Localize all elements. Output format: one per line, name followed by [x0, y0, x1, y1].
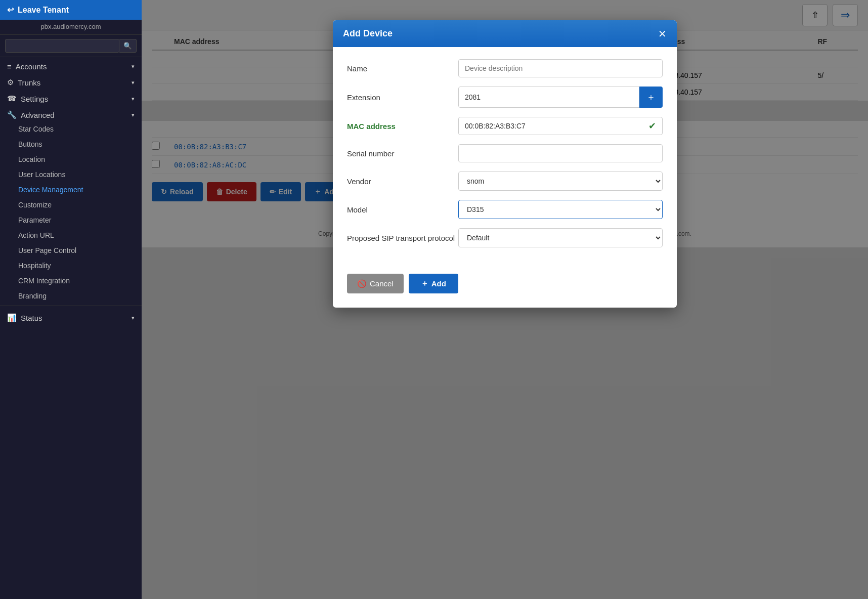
sidebar-item-customize[interactable]: Customize: [0, 197, 142, 212]
leave-tenant-icon: ↩: [7, 5, 14, 15]
mac-input[interactable]: [465, 117, 648, 135]
search-container: 🔍: [0, 35, 142, 57]
leave-tenant-button[interactable]: ↩ Leave Tenant: [0, 0, 142, 20]
sidebar-item-accounts[interactable]: ≡ Accounts ▾: [0, 57, 142, 73]
search-input[interactable]: [5, 39, 119, 53]
sidebar-item-user-page-control[interactable]: User Page Control: [0, 243, 142, 258]
status-label: Status: [21, 314, 42, 322]
accounts-label: Accounts: [16, 62, 47, 71]
sidebar-item-status[interactable]: 📊 Status ▾: [0, 308, 142, 324]
name-label: Name: [347, 64, 458, 73]
advanced-label: Advanced: [21, 111, 55, 119]
settings-label: Settings: [21, 95, 48, 103]
modal-add-icon: ＋: [421, 279, 428, 288]
extension-input-group: ＋: [458, 87, 663, 108]
sidebar-item-device-management[interactable]: Device Management: [0, 182, 142, 197]
sidebar-item-user-locations[interactable]: User Locations: [0, 167, 142, 182]
extension-label: Extension: [347, 93, 458, 102]
sidebar-item-action-url[interactable]: Action URL: [0, 228, 142, 243]
accounts-icon: ≡: [7, 62, 12, 71]
leave-tenant-label: Leave Tenant: [18, 6, 69, 15]
cancel-label: Cancel: [370, 279, 394, 288]
modal-cancel-button[interactable]: 🚫 Cancel: [347, 274, 404, 293]
add-device-modal: Add Device ✕ Name Extension ＋: [333, 20, 677, 308]
vendor-label: Vendor: [347, 177, 458, 186]
sidebar-item-settings[interactable]: ☎ Settings ▾: [0, 89, 142, 105]
sidebar-item-trunks[interactable]: ⚙ Trunks ▾: [0, 73, 142, 89]
cancel-icon: 🚫: [357, 279, 367, 288]
trunks-icon: ⚙: [7, 78, 14, 87]
domain-label: pbx.audiomercy.com: [0, 20, 142, 35]
sidebar-item-star-codes[interactable]: Star Codes: [0, 121, 142, 137]
mac-label: MAC address: [347, 122, 458, 131]
model-field-row: Model D315 D305 D325 D345 D385: [347, 200, 663, 219]
sip-field-row: Proposed SIP transport protocol Default …: [347, 228, 663, 247]
model-select[interactable]: D315 D305 D325 D345 D385: [458, 200, 663, 219]
advanced-icon: 🔧: [7, 110, 17, 119]
modal-body: Name Extension ＋ MAC address ✔: [333, 47, 677, 269]
accounts-arrow: ▾: [132, 63, 135, 70]
extension-field-row: Extension ＋: [347, 87, 663, 108]
mac-input-validated: ✔: [458, 117, 663, 135]
sidebar-item-buttons[interactable]: Buttons: [0, 137, 142, 152]
sidebar-item-location[interactable]: Location: [0, 152, 142, 167]
sidebar-item-advanced[interactable]: 🔧 Advanced ▾: [0, 105, 142, 121]
advanced-arrow: ▾: [132, 112, 135, 118]
mac-valid-icon: ✔: [648, 120, 656, 132]
main-content: ⇧ ⇒ MAC address Extension Address RF .15…: [142, 0, 868, 599]
sip-label: Proposed SIP transport protocol: [347, 234, 458, 242]
model-label: Model: [347, 205, 458, 214]
vendor-select[interactable]: snom Grandstream Yealink Polycom Cisco: [458, 172, 663, 191]
modal-add-button[interactable]: ＋ Add: [409, 274, 458, 293]
name-field-row: Name: [347, 59, 663, 77]
mac-field-row: MAC address ✔: [347, 117, 663, 135]
modal-header: Add Device ✕: [333, 20, 677, 47]
modal-title: Add Device: [343, 28, 393, 39]
modal-footer: 🚫 Cancel ＋ Add: [333, 269, 677, 308]
serial-label: Serial number: [347, 149, 458, 158]
trunks-arrow: ▾: [132, 79, 135, 86]
sidebar-item-hospitality[interactable]: Hospitality: [0, 258, 142, 273]
modal-overlay: Add Device ✕ Name Extension ＋: [142, 0, 868, 599]
sidebar: ↩ Leave Tenant pbx.audiomercy.com 🔍 ≡ Ac…: [0, 0, 142, 599]
serial-input[interactable]: [458, 144, 663, 162]
modal-add-label: Add: [431, 279, 446, 288]
settings-icon: ☎: [7, 94, 17, 103]
settings-arrow: ▾: [132, 96, 135, 102]
status-icon: 📊: [7, 313, 17, 322]
search-button[interactable]: 🔍: [119, 39, 137, 53]
status-arrow: ▾: [132, 315, 135, 321]
sidebar-item-crm-integration[interactable]: CRM Integration: [0, 273, 142, 288]
sidebar-item-parameter[interactable]: Parameter: [0, 212, 142, 228]
sidebar-item-branding[interactable]: Branding: [0, 288, 142, 304]
extension-add-button[interactable]: ＋: [639, 87, 663, 108]
name-input[interactable]: [458, 59, 663, 77]
vendor-field-row: Vendor snom Grandstream Yealink Polycom …: [347, 172, 663, 191]
extension-input[interactable]: [458, 87, 639, 108]
trunks-label: Trunks: [18, 78, 40, 87]
divider: [0, 306, 142, 306]
serial-field-row: Serial number: [347, 144, 663, 162]
sip-select[interactable]: Default UDP TCP TLS: [458, 228, 663, 247]
modal-close-button[interactable]: ✕: [658, 29, 667, 39]
